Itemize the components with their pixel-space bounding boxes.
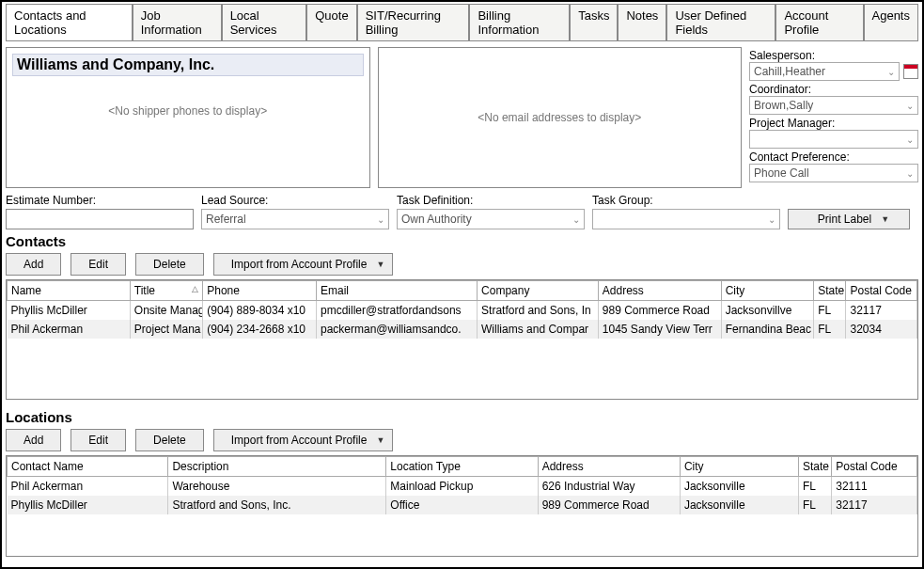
contacts-import-button[interactable]: Import from Account Profile [213, 253, 394, 276]
contacts-edit-button[interactable]: Edit [70, 253, 126, 276]
estimate-label: Estimate Number: [6, 194, 194, 207]
col-city[interactable]: City [721, 281, 814, 301]
tab-billing-info[interactable]: Billing Information [469, 4, 570, 40]
col-name[interactable]: Name [8, 281, 131, 301]
emails-placeholder: <No email addresses to display> [478, 111, 641, 124]
locations-grid[interactable]: Contact Name Description Location Type A… [6, 455, 918, 557]
contacts-delete-button[interactable]: Delete [135, 253, 204, 276]
table-row[interactable]: Phil Ackerman Project Mana (904) 234-266… [8, 320, 917, 339]
pm-label: Project Manager: [749, 117, 918, 130]
contact-pref-label: Contact Preference: [749, 150, 918, 164]
task-def-value: Own Authority [401, 213, 472, 226]
tab-account-profile[interactable]: Account Profile [775, 4, 863, 40]
col-email[interactable]: Email [317, 281, 478, 301]
chevron-down-icon: ⌄ [377, 214, 384, 225]
col-state[interactable]: State [814, 281, 846, 301]
salesperson-combo[interactable]: Cahill,Heather ⌄ [749, 62, 900, 81]
salesperson-value: Cahill,Heather [754, 65, 825, 78]
coordinator-combo[interactable]: Brown,Sally ⌄ [749, 96, 918, 115]
coordinator-label: Coordinator: [749, 83, 918, 96]
salesperson-label: Salesperson: [749, 49, 918, 62]
tab-sit-recurring[interactable]: SIT/Recurring Billing [357, 4, 470, 40]
tab-local-services[interactable]: Local Services [222, 4, 307, 40]
chevron-down-icon: ⌄ [887, 67, 895, 77]
sort-asc-icon: △ [192, 284, 198, 293]
phones-placeholder: <No shipper phones to display> [12, 76, 364, 146]
locations-delete-button[interactable]: Delete [135, 429, 204, 451]
lead-source-combo[interactable]: Referral ⌄ [201, 209, 389, 229]
lcol-postal[interactable]: Postal Code [832, 457, 917, 477]
lcol-address[interactable]: Address [538, 457, 680, 477]
locations-add-button[interactable]: Add [6, 429, 61, 451]
tab-tasks[interactable]: Tasks [570, 4, 618, 40]
chevron-down-icon: ⌄ [906, 168, 914, 179]
col-postal[interactable]: Postal Code [846, 281, 917, 301]
lcol-loctype[interactable]: Location Type [386, 457, 538, 477]
lcol-state[interactable]: State [798, 457, 831, 477]
col-title[interactable]: Title△ [130, 281, 202, 301]
lcol-contact[interactable]: Contact Name [8, 457, 168, 477]
estimate-number-input[interactable] [6, 209, 194, 229]
locations-header: Locations [6, 409, 918, 425]
table-row[interactable]: Phyllis McDiller Onsite Manag (904) 889-… [8, 301, 917, 321]
tab-job-information[interactable]: Job Information [133, 4, 222, 40]
coordinator-value: Brown,Sally [754, 99, 813, 112]
contacts-add-button[interactable]: Add [6, 253, 61, 276]
chevron-down-icon: ⌄ [572, 214, 580, 225]
lcol-desc[interactable]: Description [168, 457, 386, 477]
col-company[interactable]: Company [478, 281, 599, 301]
lead-source-label: Lead Source: [201, 194, 389, 207]
tab-agents[interactable]: Agents [864, 4, 918, 40]
table-row[interactable]: Phyllis McDiller Stratford and Sons, Inc… [8, 496, 917, 514]
tab-bar: Contacts and Locations Job Information L… [6, 4, 918, 41]
chevron-down-icon: ⌄ [768, 214, 775, 225]
col-phone[interactable]: Phone [203, 281, 317, 301]
print-label-button[interactable]: Print Label [788, 209, 910, 229]
locations-edit-button[interactable]: Edit [70, 429, 126, 451]
chevron-down-icon: ⌄ [906, 134, 914, 145]
pm-combo[interactable]: ⌄ [749, 130, 918, 149]
lead-source-value: Referral [206, 213, 246, 226]
task-def-combo[interactable]: Own Authority ⌄ [397, 209, 585, 229]
tab-notes[interactable]: Notes [618, 4, 666, 40]
chevron-down-icon: ⌄ [906, 101, 914, 111]
shipper-phones-panel: Williams and Company, Inc. <No shipper p… [6, 47, 370, 188]
lcol-city[interactable]: City [680, 457, 798, 477]
right-fields: Salesperson: Cahill,Heather ⌄ Coordinato… [749, 47, 918, 188]
locations-import-button[interactable]: Import from Account Profile [213, 429, 394, 451]
tab-user-defined[interactable]: User Defined Fields [666, 4, 775, 40]
task-group-combo[interactable]: ⌄ [592, 209, 780, 229]
task-group-label: Task Group: [592, 194, 780, 207]
contacts-header: Contacts [6, 233, 918, 249]
table-row[interactable]: Phil Ackerman Warehouse Mainload Pickup … [8, 477, 917, 497]
contacts-grid[interactable]: Name Title△ Phone Email Company Address … [6, 279, 918, 400]
tab-contacts-locations[interactable]: Contacts and Locations [6, 4, 133, 40]
email-panel: <No email addresses to display> [378, 47, 743, 188]
contact-pref-value: Phone Call [754, 166, 809, 180]
col-address[interactable]: Address [598, 281, 721, 301]
tab-quote[interactable]: Quote [306, 4, 356, 40]
calendar-icon[interactable] [903, 64, 918, 79]
company-name: Williams and Company, Inc. [12, 54, 364, 76]
contact-pref-combo[interactable]: Phone Call ⌄ [749, 164, 918, 182]
task-def-label: Task Definition: [397, 194, 585, 207]
